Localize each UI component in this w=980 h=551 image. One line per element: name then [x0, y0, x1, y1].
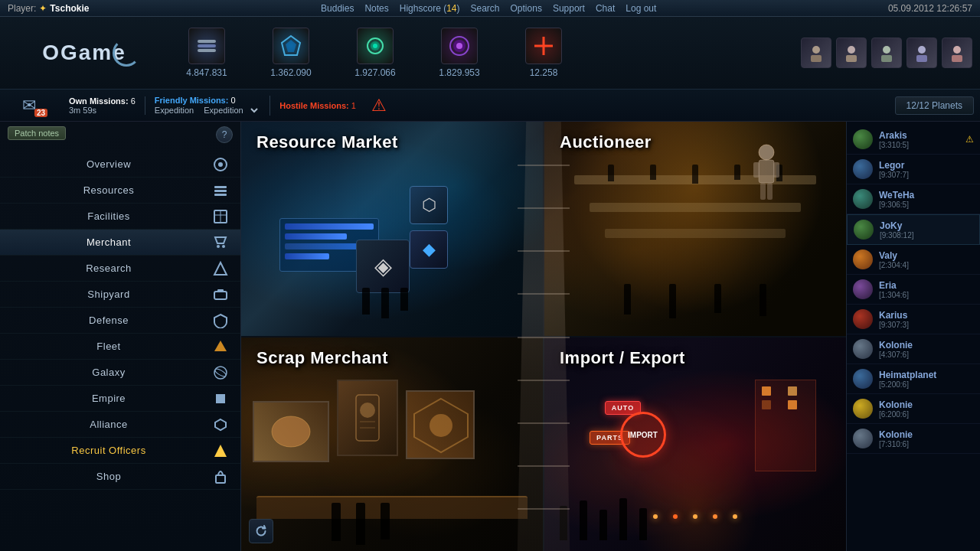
- officer-5[interactable]: [942, 37, 972, 68]
- auctioneer-robot: [747, 143, 786, 204]
- svg-point-13: [812, 46, 820, 54]
- sidebar-item-shop[interactable]: Shop: [0, 464, 240, 490]
- nav-logout[interactable]: Log out: [626, 3, 656, 14]
- svg-rect-47: [760, 183, 766, 200]
- sidebar-label-alliance: Alliance: [11, 419, 207, 430]
- sidebar-label-facilities: Facilities: [11, 210, 207, 222]
- sidebar-label-shop: Shop: [11, 471, 207, 482]
- own-missions-label: Own Missions:: [69, 96, 129, 106]
- help-button[interactable]: ?: [216, 126, 233, 143]
- nav-notes[interactable]: Notes: [364, 3, 388, 14]
- datetime: 05.09.2012 12:26:57: [888, 3, 972, 14]
- player-item-2[interactable]: WeTeHa [9:306:5]: [847, 184, 980, 214]
- nav-items: Overview Resources Facilities Merchant: [0, 152, 240, 490]
- player-item-7[interactable]: Kolonie [4:307:6]: [847, 334, 980, 364]
- player-item-3[interactable]: JoKy [9:308:12]: [847, 214, 980, 245]
- player-warning-icon-0: ⚠: [965, 134, 974, 145]
- energy-icon: [441, 28, 478, 64]
- svg-marker-33: [214, 262, 227, 275]
- top-bar: Player: ✦ Tschokie Buddies Notes Highsco…: [0, 0, 980, 17]
- svg-rect-46: [773, 162, 779, 178]
- player-name-3: JoKy: [880, 220, 973, 231]
- main-content: ⬡ ◆ ◈ Resource Market: [241, 122, 846, 551]
- svg-point-19: [918, 46, 926, 54]
- player-item-0[interactable]: Arakis [3:310:5] ⚠: [847, 125, 980, 155]
- nav-support[interactable]: Support: [553, 3, 585, 14]
- player-item-10[interactable]: Kolonie [7:310:6]: [847, 424, 980, 454]
- shop-icon: [211, 468, 230, 486]
- sidebar-item-resources[interactable]: Resources: [0, 178, 240, 204]
- nav-highscore[interactable]: Highscore (14): [400, 3, 460, 14]
- patch-notes-button[interactable]: Patch notes: [8, 126, 66, 140]
- own-missions: Own Missions: 6 3m 59s: [60, 96, 145, 115]
- sidebar-label-recruit-officers: Recruit Officers: [11, 445, 207, 456]
- player-name: Tschokie: [50, 3, 89, 14]
- highscore-count: 14: [446, 3, 456, 14]
- svg-rect-48: [767, 183, 773, 200]
- officer-4[interactable]: [906, 37, 937, 68]
- player-item-6[interactable]: Karius [9:307:3]: [847, 305, 980, 334]
- sidebar-item-research[interactable]: Research: [0, 256, 240, 282]
- sidebar-item-merchant[interactable]: Merchant: [0, 230, 240, 256]
- resource-crystal: 1.362.090: [253, 28, 329, 78]
- resources-bar: OGame 4.847.831 1.362.090 1.927.066 1.82…: [0, 17, 980, 90]
- facilities-icon: [211, 207, 230, 226]
- player-item-4[interactable]: Valy [2:304:4]: [847, 245, 980, 275]
- planets-indicator: 12/12 Planets: [895, 96, 974, 115]
- mail-area[interactable]: ✉ 23: [6, 96, 52, 116]
- sidebar-item-galaxy[interactable]: Galaxy: [0, 360, 240, 386]
- player-info-3: JoKy [9:308:12]: [880, 220, 973, 240]
- expedition-dropdown[interactable]: Expedition: [196, 105, 260, 116]
- officer-1[interactable]: [801, 37, 831, 68]
- sidebar-item-shipyard[interactable]: Shipyard: [0, 282, 240, 308]
- sidebar-item-facilities[interactable]: Facilities: [0, 204, 240, 230]
- ie-fig-2: [580, 500, 587, 540]
- player-info-10: Kolonie [7:310:6]: [879, 429, 974, 448]
- svg-rect-39: [216, 394, 225, 403]
- player-item-1[interactable]: Legor [9:307:7]: [847, 155, 980, 184]
- deuterium-value: 1.927.066: [354, 67, 395, 78]
- aud-b1: [624, 284, 631, 315]
- officer-3[interactable]: [871, 37, 902, 68]
- resource-deuterium: 1.927.066: [337, 28, 413, 78]
- officer-2[interactable]: [836, 37, 867, 68]
- resources-icon: [211, 181, 230, 200]
- sidebar-item-fleet[interactable]: Fleet: [0, 334, 240, 360]
- import-export-section[interactable]: AUTO PARTS IMPORT: [544, 337, 846, 552]
- player-item-8[interactable]: Heimatplanet [5:200:6]: [847, 364, 980, 394]
- svg-point-52: [360, 403, 375, 418]
- friendly-missions-label: Friendly Missions:: [155, 96, 229, 105]
- sidebar-item-overview[interactable]: Overview: [0, 152, 240, 178]
- figure-1: [362, 288, 370, 315]
- player-planet-icon-6: [853, 309, 873, 329]
- refresh-button[interactable]: [249, 519, 273, 543]
- svg-marker-40: [215, 419, 226, 430]
- sidebar-label-empire: Empire: [11, 393, 207, 404]
- game-logo: OGame: [42, 41, 126, 65]
- player-item-9[interactable]: Kolonie [6:200:6]: [847, 394, 980, 424]
- scrap-fig-2: [356, 503, 365, 545]
- sidebar-label-research: Research: [11, 262, 207, 274]
- nav-search[interactable]: Search: [471, 3, 500, 14]
- svg-point-15: [848, 46, 855, 54]
- ie-fig-3: [599, 510, 607, 540]
- sidebar-item-recruit-officers[interactable]: Recruit Officers: [0, 438, 240, 464]
- resource-market-section[interactable]: ⬡ ◆ ◈ Resource Market: [241, 122, 543, 336]
- sidebar-item-empire[interactable]: Empire: [0, 386, 240, 412]
- auctioneer-section[interactable]: Auctioneer: [544, 122, 846, 336]
- nav-buddies[interactable]: Buddies: [321, 3, 354, 14]
- sidebar-item-defense[interactable]: Defense: [0, 308, 240, 334]
- scrap-figures: [332, 503, 482, 545]
- sidebar-item-alliance[interactable]: Alliance: [0, 412, 240, 438]
- rm-bar-2: [285, 233, 347, 240]
- player-coords-9: [6:200:6]: [879, 410, 974, 419]
- nav-options[interactable]: Options: [511, 3, 542, 14]
- scrap-merchant-section[interactable]: Scrap Merchant: [241, 337, 543, 552]
- hostile-warning-icon[interactable]: ⚠: [371, 96, 387, 116]
- player-item-5[interactable]: Eria [1:304:6]: [847, 275, 980, 305]
- player-planet-icon-10: [853, 429, 873, 448]
- svg-rect-0: [198, 40, 216, 43]
- player-icon: ✦: [39, 3, 47, 14]
- nav-chat[interactable]: Chat: [596, 3, 615, 14]
- player-planet-icon-9: [853, 399, 873, 419]
